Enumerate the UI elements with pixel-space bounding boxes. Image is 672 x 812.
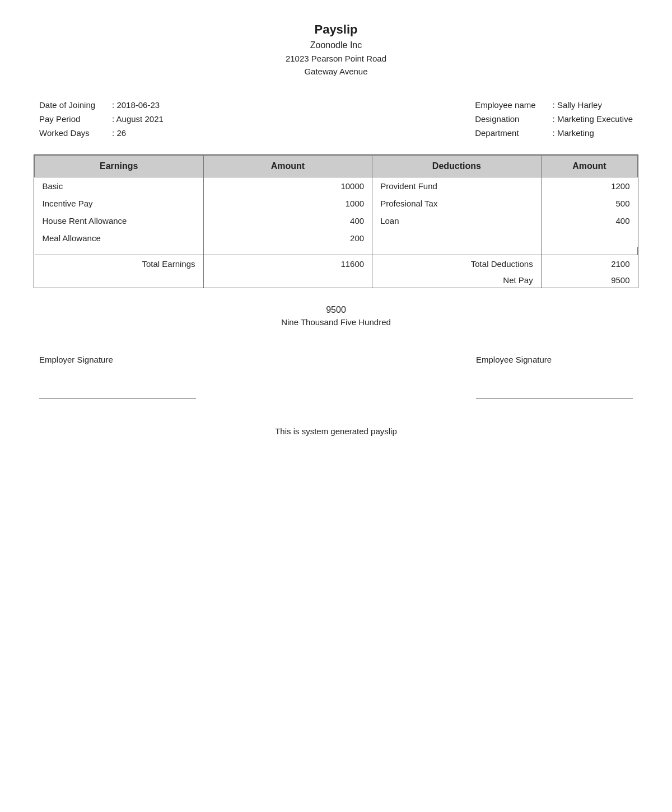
deductions-amount-header: Amount (541, 156, 637, 177)
date-of-joining-label: Date of Joining (39, 100, 95, 110)
net-pay-number: 9500 (34, 305, 638, 315)
info-left: Date of Joining Pay Period Worked Days :… (39, 100, 164, 138)
table-row: Incentive Pay 1000 Profesional Tax 500 (35, 195, 638, 212)
deduction-amount-4 (541, 229, 637, 247)
department-label: Department (475, 128, 535, 138)
deduction-name-3: Loan (372, 212, 542, 229)
info-right: Employee name Designation Department : S… (475, 100, 633, 138)
employee-name-label: Employee name (475, 100, 535, 110)
signature-section: Employer Signature Employee Signature (39, 355, 633, 398)
earning-name-2: Incentive Pay (35, 195, 204, 212)
table-row: Basic 10000 Provident Fund 1200 (35, 177, 638, 195)
net-pay-section: 9500 Nine Thousand Five Hundred (34, 305, 638, 327)
net-pay-row: Net Pay 9500 (35, 273, 638, 288)
earnings-header: Earnings (35, 156, 204, 177)
designation-label: Designation (475, 114, 535, 124)
info-left-labels: Date of Joining Pay Period Worked Days (39, 100, 95, 138)
deduction-amount-3: 400 (541, 212, 637, 229)
net-pay-words: Nine Thousand Five Hundred (34, 317, 638, 327)
worked-days-label: Worked Days (39, 128, 95, 138)
employee-name-value: : Sally Harley (553, 100, 633, 110)
deductions-header: Deductions (372, 156, 542, 177)
address-line1: 21023 Pearson Point Road (286, 54, 386, 63)
info-right-values: : Sally Harley : Marketing Executive : M… (553, 100, 633, 138)
deduction-name-1: Provident Fund (372, 177, 542, 195)
pay-period-label: Pay Period (39, 114, 95, 124)
earning-amount-1: 10000 (203, 177, 372, 195)
footer-text: This is system generated payslip (275, 426, 397, 436)
table-row: House Rent Allowance 400 Loan 400 (35, 212, 638, 229)
employee-signature-block: Employee Signature (476, 355, 633, 398)
footer-note: This is system generated payslip (34, 426, 638, 436)
earning-name-3: House Rent Allowance (35, 212, 204, 229)
info-right-labels: Employee name Designation Department (475, 100, 535, 138)
employer-signature-line (39, 398, 196, 398)
department-value: : Marketing (553, 128, 633, 138)
table-row: Meal Allowance 200 (35, 229, 638, 247)
spacer-row (35, 247, 638, 255)
total-deductions-value: 2100 (541, 255, 637, 273)
net-pay-label: Net Pay (372, 273, 542, 288)
employer-signature-label: Employer Signature (39, 355, 196, 364)
earning-amount-4: 200 (203, 229, 372, 247)
info-left-values: : 2018-06-23 : August 2021 : 26 (112, 100, 164, 138)
total-earnings-label: Total Earnings (35, 255, 204, 273)
payslip-header: Payslip Zoonodle Inc 21023 Pearson Point… (34, 22, 638, 78)
net-pay-value: 9500 (541, 273, 637, 288)
company-name: Zoonodle Inc (34, 40, 638, 50)
address-line2: Gateway Avenue (304, 67, 367, 76)
total-earnings-value: 11600 (203, 255, 372, 273)
payslip-title: Payslip (34, 22, 638, 37)
payslip-table: Earnings Amount Deductions Amount Basic … (34, 154, 638, 288)
deduction-amount-1: 1200 (541, 177, 637, 195)
deduction-name-2: Profesional Tax (372, 195, 542, 212)
company-address: 21023 Pearson Point Road Gateway Avenue (34, 53, 638, 78)
deduction-name-4 (372, 229, 542, 247)
earning-amount-3: 400 (203, 212, 372, 229)
designation-value: : Marketing Executive (553, 114, 633, 124)
earning-amount-2: 1000 (203, 195, 372, 212)
totals-row: Total Earnings 11600 Total Deductions 21… (35, 255, 638, 273)
deduction-amount-2: 500 (541, 195, 637, 212)
earnings-amount-header: Amount (203, 156, 372, 177)
employer-signature-block: Employer Signature (39, 355, 196, 398)
employee-signature-line (476, 398, 633, 398)
date-of-joining-value: : 2018-06-23 (112, 100, 164, 110)
employee-info-section: Date of Joining Pay Period Worked Days :… (34, 100, 638, 138)
employee-signature-label: Employee Signature (476, 355, 633, 364)
worked-days-value: : 26 (112, 128, 164, 138)
earning-name-1: Basic (35, 177, 204, 195)
total-deductions-label: Total Deductions (372, 255, 542, 273)
earning-name-4: Meal Allowance (35, 229, 204, 247)
pay-period-value: : August 2021 (112, 114, 164, 124)
